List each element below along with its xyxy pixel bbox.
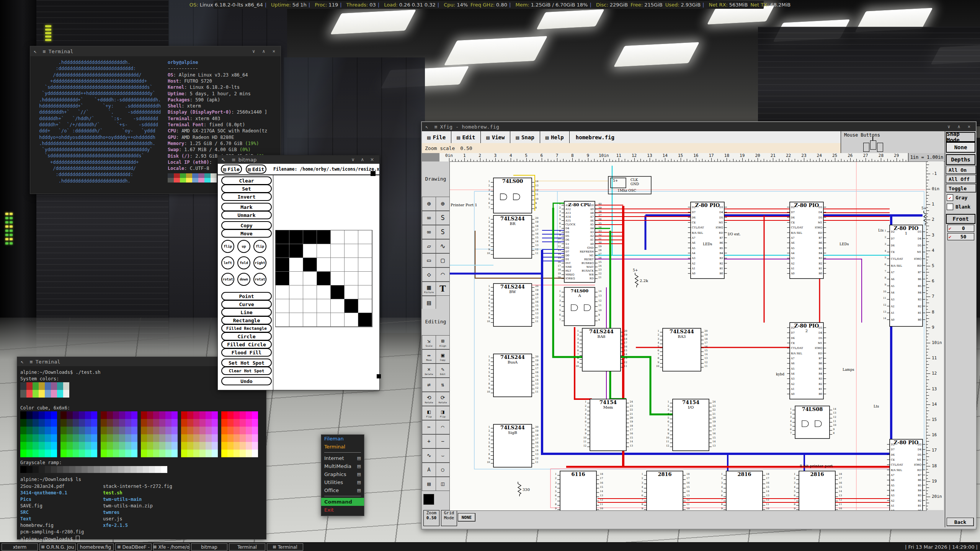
bitmap-tool-filled-rectangle[interactable]: Filled Rectangle [221, 324, 272, 333]
taskbar-button-o-r-n-g-jou[interactable]: ⊠O.R.N.G. Jou [39, 543, 76, 551]
bitmap-cell[interactable] [358, 244, 372, 258]
grid-mode-value[interactable]: NONE [458, 513, 475, 522]
rootmenu-item-utilities[interactable]: Utilities▤ [321, 478, 364, 486]
bitmap-tool-curve[interactable]: Curve [221, 300, 272, 308]
grid-mode-indicator[interactable]: GridMode [441, 510, 457, 526]
bitmap-tool-right-1[interactable]: right [253, 256, 266, 269]
bitmap-cell[interactable] [358, 230, 372, 244]
bitmap-cell[interactable] [317, 285, 331, 299]
bitmap-cell[interactable] [303, 313, 317, 327]
xfig-menu-view[interactable]: ▤View [481, 131, 510, 143]
bitmap-cell[interactable] [358, 272, 372, 285]
xfig-menu-snap[interactable]: ▤Snap [510, 131, 540, 143]
bitmap-cell[interactable] [317, 313, 331, 327]
edit-tool-15[interactable]: − [436, 434, 450, 448]
rootmenu-item-terminal[interactable]: Terminal [321, 443, 364, 451]
zoom-scale-value[interactable]: 0.50 [460, 145, 472, 151]
horizontal-ruler[interactable]: 0in12345678910in111213141516171819202122… [439, 153, 908, 162]
zoom-indicator[interactable]: Zoom0.50 [423, 510, 439, 526]
bitmap-cell[interactable] [358, 258, 372, 272]
rootmenu-item-graphics[interactable]: Graphics▤ [321, 470, 364, 478]
bitmap-tool-rectangle[interactable]: Rectangle [221, 316, 272, 324]
rootmenu-item-fileman[interactable]: Fileman [321, 435, 364, 443]
bitmap-tool-set-hot-spot[interactable]: Set Hot Spot [221, 359, 272, 367]
edit-tool-12[interactable]: ✂ [422, 420, 436, 434]
edit-tool-16[interactable]: ∿ [422, 448, 436, 463]
bitmap-cell[interactable] [303, 285, 317, 299]
taskbar-button-terminal[interactable]: Terminal [229, 543, 265, 551]
draw-tool-11[interactable]: ◠ [436, 267, 450, 282]
bitmap-cell[interactable] [331, 299, 345, 313]
front-depth-0[interactable]: ✔0 [947, 225, 974, 232]
bitmap-cell[interactable] [276, 244, 289, 258]
bitmap-tool-clear-hot-spot[interactable]: Clear Hot Spot [221, 367, 272, 375]
window-menu-icon[interactable]: ≡ [43, 49, 46, 54]
bitmap-cell[interactable] [303, 299, 317, 313]
rootmenu-item-command[interactable]: Command [321, 498, 364, 506]
depths-all-off[interactable]: All Off [946, 175, 976, 183]
bitmap-cell[interactable] [331, 230, 345, 244]
bitmap-cell[interactable] [331, 258, 345, 272]
bitmap-cell[interactable] [303, 272, 317, 285]
bitmap-cell[interactable] [331, 272, 345, 285]
bitmap-tool-flip-0[interactable]: flip [221, 240, 234, 253]
bitmap-file-button[interactable]: ▤File [221, 165, 242, 174]
bitmap-cell[interactable] [331, 244, 345, 258]
window-menu-icon[interactable]: ≡ [232, 157, 236, 163]
bitmap-tool-fold-1[interactable]: fold [237, 256, 250, 269]
edit-tool-Flip[interactable]: ◧Flip [422, 406, 436, 420]
snap-mode-value[interactable]: None [946, 142, 975, 153]
bitmap-tool-line[interactable]: Line [221, 308, 272, 316]
rootmenu-item-internet[interactable]: Internet▤ [321, 454, 364, 462]
window-controls[interactable]: ∨ ∧ × [252, 49, 278, 54]
terminal1-titlebar[interactable]: ↖ ≡ Terminal ∨ ∧ × [30, 46, 281, 56]
bitmap-tool-point[interactable]: Point [221, 292, 272, 300]
bitmap-cell[interactable] [317, 299, 331, 313]
xfig-menu-edit[interactable]: ▤Edit [451, 131, 481, 143]
edit-tool-18[interactable]: A [422, 463, 436, 477]
bitmap-tool-move[interactable]: Move [221, 229, 272, 238]
bitmap-tool-flood-fill[interactable]: Flood Fill [221, 348, 272, 357]
draw-tool-0[interactable]: ⊕ [422, 197, 436, 211]
edit-tool-14[interactable]: + [422, 434, 436, 448]
bitmap-cell[interactable] [345, 285, 358, 299]
taskbar-button-xterm[interactable]: xterm [2, 543, 38, 551]
bitmap-cell[interactable] [289, 299, 303, 313]
draw-tool-2[interactable]: ∞ [422, 211, 436, 225]
bitmap-cell[interactable] [276, 258, 289, 272]
edit-tool-Delete[interactable]: ×Delete [422, 364, 436, 378]
bitmap-cell[interactable] [358, 299, 372, 313]
edit-tool-Edit[interactable]: ✎Edit [436, 364, 450, 378]
edit-tool-Rotate[interactable]: ⟲Rotate [422, 392, 436, 406]
edit-tool-Scale[interactable]: ⇲Scale [422, 335, 436, 349]
edit-tool-7[interactable]: ⇅ [436, 378, 450, 392]
bitmap-tool-invert[interactable]: Invert [221, 192, 272, 201]
edit-tool-6[interactable]: ⇄ [422, 378, 436, 392]
window-restore-icon[interactable]: ↖ [34, 49, 37, 54]
bitmap-cell[interactable] [289, 244, 303, 258]
bitmap-cell[interactable] [276, 313, 289, 327]
bitmap-cell[interactable] [276, 285, 289, 299]
depths-check-blank[interactable]: Blank [947, 204, 970, 210]
bitmap-cell[interactable] [289, 272, 303, 285]
depths-toggle[interactable]: Toggle [946, 184, 976, 192]
bitmap-titlebar[interactable]: ↖ ≡ bitmap ∨ ∧ × [218, 155, 379, 164]
back-button[interactable]: Back [947, 518, 974, 526]
bitmap-pixel-grid[interactable] [275, 230, 372, 327]
bitmap-tool-flip-0[interactable]: flip [253, 240, 266, 253]
draw-tool-8[interactable]: ▭ [422, 253, 436, 267]
rootmenu-item-exit[interactable]: Exit [321, 506, 364, 514]
checkbox[interactable] [947, 204, 953, 210]
taskbar-button-deadbeef-[interactable]: ⊠DeaDBeeF - [115, 543, 152, 551]
bitmap-cell[interactable] [276, 299, 289, 313]
draw-tool-6[interactable]: ▱ [422, 239, 436, 253]
draw-tool-1[interactable]: ⊕ [436, 197, 450, 211]
taskbar-button-homebrew-fig[interactable]: homebrew.fig [77, 543, 114, 551]
window-menu-icon[interactable]: ≡ [30, 359, 33, 365]
window-restore-icon[interactable]: ↖ [21, 359, 24, 365]
draw-tool-5[interactable]: S [436, 225, 450, 239]
edit-tool-Rotate[interactable]: ⟳Rotate [436, 392, 450, 406]
draw-tool-7[interactable]: ∿ [436, 239, 450, 253]
bitmap-tool-set[interactable]: Set [221, 184, 272, 193]
draw-tool-14[interactable]: ▤ [422, 296, 436, 310]
